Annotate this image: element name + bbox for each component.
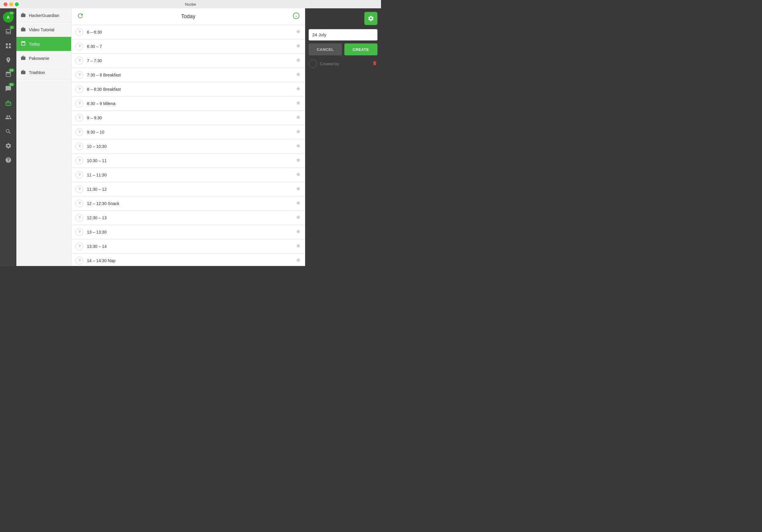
task-star-button[interactable] xyxy=(296,200,301,207)
settings-icon xyxy=(5,143,12,149)
task-item[interactable]: ? 13 – 13:30 xyxy=(71,225,305,239)
sidebar-label-video-tutorial: Video Tutorial xyxy=(29,28,54,32)
task-question-icon: ? xyxy=(76,114,83,122)
task-item[interactable]: ? 12:30 – 13 xyxy=(71,211,305,225)
created-by-label: Created by xyxy=(320,62,369,66)
task-item[interactable]: ? 11:30 – 12 xyxy=(71,182,305,196)
sidebar-item-chat[interactable]: 41 xyxy=(2,82,15,95)
task-item[interactable]: ? 9 – 9:30 xyxy=(71,111,305,125)
delete-button[interactable] xyxy=(372,60,377,67)
sidebar-item-people[interactable] xyxy=(2,111,15,124)
task-item[interactable]: ? 10 – 10:30 xyxy=(71,139,305,154)
task-question-icon: ? xyxy=(76,57,83,65)
task-question-icon: ? xyxy=(76,100,83,107)
task-question-icon: ? xyxy=(76,185,83,193)
task-question-icon: ? xyxy=(76,42,83,50)
task-question-icon: ? xyxy=(76,200,83,207)
task-label: 10 – 10:30 xyxy=(87,144,292,149)
task-question-icon: ? xyxy=(76,242,83,250)
created-by-row: Created by xyxy=(309,58,377,69)
task-item[interactable]: ? 8:30 – 9 Milena xyxy=(71,97,305,111)
task-star-button[interactable] xyxy=(296,72,301,78)
settings-gear-button[interactable] xyxy=(364,12,377,25)
task-star-button[interactable] xyxy=(296,29,301,35)
task-item[interactable]: ? 8 – 8:30 Breakfast xyxy=(71,82,305,97)
task-item[interactable]: ? 14 – 14:30 Nap xyxy=(71,253,305,266)
sidebar-item-inbox[interactable]: 1 xyxy=(2,25,15,38)
avatar-badge: 41 xyxy=(9,11,14,15)
task-item[interactable]: ? 7:30 – 8 Breakfast xyxy=(71,68,305,82)
task-item[interactable]: ? 10:30 – 11 xyxy=(71,154,305,168)
sidebar-label-triathlon: Triathlon xyxy=(29,70,45,75)
task-question-icon: ? xyxy=(76,257,83,265)
sidebar-item-briefcase[interactable] xyxy=(2,97,15,109)
task-label: 6 – 6:30 xyxy=(87,30,292,34)
calendar-badge: 23 xyxy=(9,68,14,72)
task-item[interactable]: ? 6 – 6:30 xyxy=(71,25,305,39)
maximize-button[interactable] xyxy=(15,2,19,6)
sidebar-item-hacker-guardian[interactable]: HackerGuardian xyxy=(16,8,71,23)
info-button[interactable] xyxy=(293,12,300,21)
task-star-button[interactable] xyxy=(296,43,301,50)
task-item[interactable]: ? 9:30 – 10 xyxy=(71,125,305,139)
task-star-button[interactable] xyxy=(296,86,301,93)
cancel-button[interactable]: CANCEL xyxy=(309,43,342,55)
task-question-icon: ? xyxy=(76,157,83,165)
task-star-button[interactable] xyxy=(296,158,301,164)
task-star-button[interactable] xyxy=(296,243,301,250)
create-button[interactable]: CREATE xyxy=(344,43,378,55)
task-star-button[interactable] xyxy=(296,257,301,264)
chat-icon xyxy=(5,85,12,92)
sidebar-item-pin[interactable] xyxy=(2,53,15,67)
sidebar-item-pakowanie[interactable]: Pakowanie xyxy=(16,51,71,65)
date-input[interactable] xyxy=(312,32,374,37)
pin-icon xyxy=(5,57,12,63)
people-icon xyxy=(5,114,12,120)
sidebar-item-triathlon[interactable]: Triathlon xyxy=(16,65,71,80)
task-question-icon: ? xyxy=(76,214,83,222)
task-label: 13 – 13:30 xyxy=(87,230,292,234)
task-list: ? 6 – 6:30 ? 6:30 – 7 ? 7 – 7:30 ? 7:30 … xyxy=(71,25,305,266)
sidebar-item-avatar[interactable]: A 41 xyxy=(2,11,15,24)
refresh-button[interactable] xyxy=(77,12,84,21)
gear-icon xyxy=(368,15,374,22)
task-star-button[interactable] xyxy=(296,57,301,64)
task-item[interactable]: ? 6:30 – 7 xyxy=(71,39,305,53)
task-question-icon: ? xyxy=(76,71,83,79)
task-star-button[interactable] xyxy=(296,143,301,150)
sidebar-item-settings[interactable] xyxy=(2,139,15,152)
window-controls xyxy=(4,2,19,6)
app-title: Nozbe xyxy=(185,2,196,7)
task-item[interactable]: ? 7 – 7:30 xyxy=(71,53,305,68)
sidebar-item-today[interactable]: Today xyxy=(16,37,71,51)
task-star-button[interactable] xyxy=(296,114,301,121)
search-icon xyxy=(5,128,12,135)
project-icon-triathlon xyxy=(21,69,26,76)
sidebar-item-video-tutorial[interactable]: Video Tutorial xyxy=(16,23,71,37)
created-by-avatar xyxy=(309,59,317,68)
task-star-button[interactable] xyxy=(296,100,301,107)
task-question-icon: ? xyxy=(76,143,83,150)
sidebar-item-help[interactable] xyxy=(2,154,15,166)
sidebar-item-calendar[interactable]: 23 xyxy=(2,68,15,81)
project-sidebar: HackerGuardian Video Tutorial Today Pako… xyxy=(16,8,71,266)
help-icon xyxy=(5,157,12,164)
sidebar-item-grid[interactable] xyxy=(2,39,15,52)
task-item[interactable]: ? 13:30 – 14 xyxy=(71,239,305,253)
task-item[interactable]: ? 11 – 11:30 xyxy=(71,168,305,182)
sidebar-label-pakowanie: Pakowanie xyxy=(29,56,49,61)
task-star-button[interactable] xyxy=(296,186,301,192)
task-star-button[interactable] xyxy=(296,215,301,221)
project-icon-today xyxy=(21,41,26,47)
task-star-button[interactable] xyxy=(296,129,301,135)
close-button[interactable] xyxy=(4,2,7,6)
date-input-wrapper xyxy=(309,29,377,40)
chat-badge: 41 xyxy=(9,83,14,86)
sidebar-item-search[interactable] xyxy=(2,125,15,138)
task-star-button[interactable] xyxy=(296,229,301,235)
task-item[interactable]: ? 12 – 12:30 Snack xyxy=(71,196,305,211)
task-label: 6:30 – 7 xyxy=(87,44,292,49)
minimize-button[interactable] xyxy=(9,2,13,6)
task-star-button[interactable] xyxy=(296,172,301,178)
titlebar: Nozbe xyxy=(0,0,381,8)
